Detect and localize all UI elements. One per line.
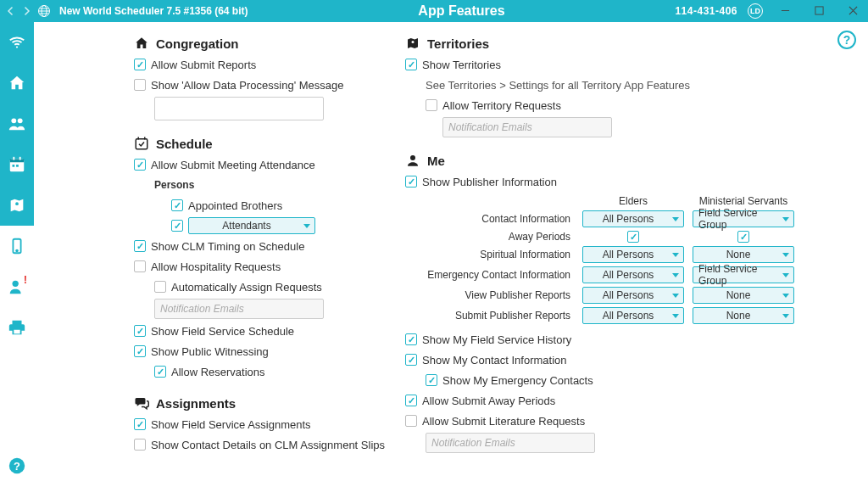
- label-show-public-witnessing: Show Public Witnessing: [151, 345, 269, 358]
- sidebar-item-schedule[interactable]: [0, 144, 34, 185]
- label-allow-attendance: Allow Submit Meeting Attendance: [151, 159, 315, 171]
- combo-viewrep-elders[interactable]: All Persons: [582, 287, 684, 304]
- chk-show-contact-details[interactable]: [134, 439, 146, 451]
- svg-point-21: [410, 155, 415, 160]
- chk-auto-assign[interactable]: [154, 281, 166, 293]
- territories-icon: [405, 36, 420, 51]
- map-icon: [8, 196, 26, 215]
- chk-show-fs-schedule[interactable]: [134, 325, 146, 337]
- combo-spiritual-elders[interactable]: All Persons: [582, 246, 684, 263]
- person-icon: [405, 153, 420, 168]
- maximize-button[interactable]: [807, 2, 831, 20]
- chk-allow-submit-reports[interactable]: [134, 59, 146, 70]
- chk-away-elders[interactable]: [627, 231, 639, 243]
- persons-icon: [8, 115, 26, 133]
- nav-back-button[interactable]: [3, 3, 19, 19]
- section-title-label: Congregation: [156, 36, 239, 51]
- label-show-fs-assignments: Show Field Service Assignments: [151, 418, 311, 431]
- sidebar-item-persons[interactable]: [0, 104, 34, 144]
- main-content: ? Congregation Allow Submit Reports Show…: [34, 22, 868, 486]
- chk-allow-territory-requests[interactable]: [426, 99, 437, 111]
- combo-contact-elders[interactable]: All Persons: [582, 210, 684, 227]
- combo-submitrep-elders[interactable]: All Persons: [582, 307, 684, 324]
- input-territory-notif[interactable]: [442, 117, 612, 137]
- page-title: App Features: [248, 3, 676, 19]
- chk-show-clm-timing[interactable]: [134, 240, 146, 252]
- globe-icon: [37, 4, 51, 18]
- minimize-button[interactable]: [773, 2, 797, 20]
- section-title-label: Territories: [427, 36, 489, 51]
- svg-point-14: [16, 250, 18, 252]
- account-number: 114-431-406: [675, 5, 737, 17]
- section-title-label: Schedule: [156, 137, 213, 151]
- sidebar-item-home[interactable]: [0, 63, 34, 104]
- chk-show-data-processing[interactable]: [134, 79, 146, 91]
- chk-allow-submit-lit[interactable]: [405, 415, 417, 427]
- svg-rect-8: [13, 157, 14, 160]
- svg-rect-2: [815, 7, 822, 14]
- chk-attendants[interactable]: [171, 220, 183, 232]
- sidebar-item-territories[interactable]: [0, 185, 34, 226]
- chk-show-public-witnessing[interactable]: [134, 345, 146, 357]
- chk-show-fs-assignments[interactable]: [134, 418, 146, 430]
- chk-allow-attendance[interactable]: [134, 159, 146, 171]
- territories-note: See Territories > Settings for all Terri…: [426, 77, 690, 93]
- label-persons: Persons: [154, 179, 194, 191]
- section-title-label: Assignments: [156, 396, 236, 411]
- input-schedule-notif[interactable]: [154, 299, 324, 319]
- chk-appointed-brothers[interactable]: [171, 199, 183, 211]
- combo-emerg-elders[interactable]: All Persons: [582, 266, 684, 283]
- label-show-my-emergency: Show My Emergency Contacts: [442, 374, 593, 387]
- svg-rect-11: [16, 165, 19, 167]
- label-show-data-processing: Show 'Allow Data Processing' Message: [151, 79, 344, 92]
- input-me-notif[interactable]: [426, 433, 595, 453]
- chk-show-publisher-info[interactable]: [405, 176, 417, 188]
- section-assignments: Assignments: [134, 395, 397, 411]
- chk-allow-hospitality[interactable]: [134, 260, 146, 272]
- chk-allow-reservations[interactable]: [154, 366, 166, 378]
- svg-point-20: [412, 41, 415, 43]
- chk-show-territories[interactable]: [405, 59, 417, 70]
- combo-contact-ms[interactable]: Field Service Group: [693, 210, 794, 227]
- close-button[interactable]: [841, 2, 865, 20]
- label-auto-assign: Automatically Assign Requests: [171, 281, 322, 294]
- sidebar-item-mobile[interactable]: [0, 226, 34, 266]
- label-show-fs-schedule: Show Field Service Schedule: [151, 325, 294, 338]
- svg-point-5: [18, 118, 23, 123]
- label-appointed-brothers: Appointed Brothers: [188, 199, 282, 212]
- schedule-check-icon: [134, 136, 149, 151]
- combo-emerg-ms[interactable]: Field Service Group: [693, 266, 794, 283]
- sidebar-item-print[interactable]: [0, 307, 34, 348]
- sidebar-item-help[interactable]: ?: [0, 445, 34, 486]
- chk-show-my-emergency[interactable]: [426, 374, 437, 386]
- combo-viewrep-ms[interactable]: None: [693, 287, 794, 304]
- page-help-button[interactable]: ?: [837, 31, 856, 49]
- chk-away-ms[interactable]: [737, 231, 749, 243]
- nav-forward-button[interactable]: [19, 3, 34, 19]
- label-show-territories: Show Territories: [422, 59, 501, 71]
- label-allow-submit-reports: Allow Submit Reports: [151, 59, 256, 71]
- combo-submitrep-ms[interactable]: None: [693, 307, 794, 324]
- section-title-label: Me: [427, 154, 445, 168]
- sidebar-item-alerts[interactable]: !: [0, 266, 34, 307]
- printer-icon: [8, 318, 26, 337]
- section-me: Me: [405, 153, 795, 168]
- col-header-ms: Ministerial Servants: [693, 195, 794, 207]
- user-badge[interactable]: LD: [748, 3, 763, 19]
- sidebar-item-wifi[interactable]: [0, 22, 34, 63]
- combo-spiritual-ms[interactable]: None: [693, 246, 794, 263]
- chk-show-my-fsh[interactable]: [405, 333, 417, 345]
- chk-show-my-contact[interactable]: [405, 354, 417, 366]
- comments-icon: [134, 395, 149, 411]
- section-congregation: Congregation: [134, 36, 397, 51]
- input-data-processing-text[interactable]: [154, 97, 324, 120]
- svg-rect-19: [136, 139, 147, 149]
- label-allow-reservations: Allow Reservations: [171, 366, 265, 378]
- combo-attendants[interactable]: Attendants: [188, 217, 315, 234]
- wifi-icon: [8, 33, 26, 52]
- chk-allow-submit-away[interactable]: [405, 395, 417, 406]
- label-show-publisher-info: Show Publisher Information: [422, 176, 557, 188]
- label-show-clm-timing: Show CLM Timing on Schedule: [151, 240, 304, 253]
- label-show-contact-details: Show Contact Details on CLM Assignment S…: [151, 439, 385, 451]
- perm-label: Contact Information: [426, 213, 574, 225]
